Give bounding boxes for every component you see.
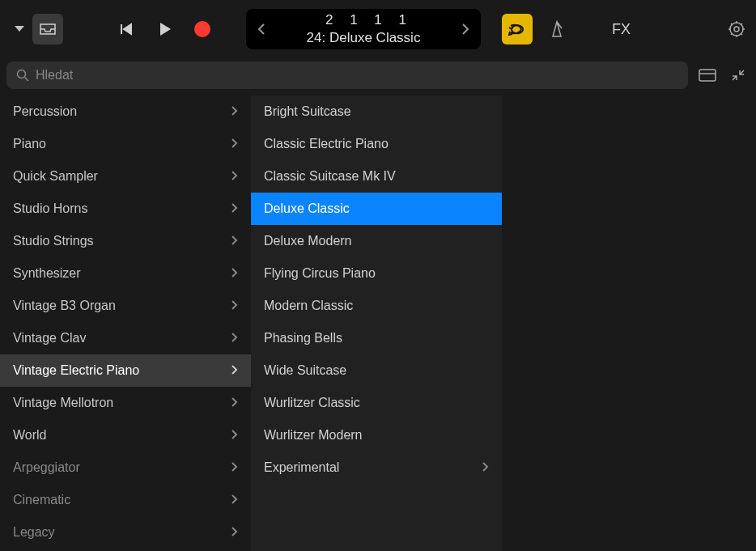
category-label: Studio Horns xyxy=(13,201,88,216)
category-label: Studio Strings xyxy=(13,234,94,248)
browser: PercussionPianoQuick SamplerStudio Horns… xyxy=(0,95,756,551)
inbox-icon xyxy=(39,23,57,36)
category-column[interactable]: PercussionPianoQuick SamplerStudio Horns… xyxy=(0,95,251,551)
chevron-right-icon xyxy=(231,428,238,443)
svg-point-2 xyxy=(18,70,26,78)
settings-button[interactable] xyxy=(727,19,746,39)
preset-item[interactable]: Phasing Bells xyxy=(251,322,502,354)
lcd-display: 2 1 1 1 24: Deluxe Classic xyxy=(246,9,481,49)
search-input[interactable] xyxy=(36,68,678,83)
category-label: Vintage B3 Organ xyxy=(13,299,116,313)
chevron-right-icon xyxy=(461,23,469,35)
category-item[interactable]: Vintage B3 Organ xyxy=(0,290,251,322)
transport-controls xyxy=(117,19,210,39)
category-item[interactable]: Legacy xyxy=(0,516,251,549)
lcd-content[interactable]: 2 1 1 1 24: Deluxe Classic xyxy=(269,11,458,47)
preset-label: Wurlitzer Classic xyxy=(264,396,360,410)
category-label: Vintage Mellotron xyxy=(13,396,113,410)
category-label: Piano xyxy=(13,137,46,151)
preset-item[interactable]: Deluxe Modern xyxy=(251,225,502,257)
chevron-right-icon xyxy=(231,525,238,540)
detail-column xyxy=(502,95,756,551)
category-item[interactable]: Vintage Clav xyxy=(0,322,251,354)
preset-item[interactable]: Modern Classic xyxy=(251,290,502,322)
category-label: World xyxy=(13,428,47,443)
collapse-icon xyxy=(731,68,745,83)
category-label: Legacy xyxy=(13,525,55,540)
lcd-next-button[interactable] xyxy=(458,22,473,36)
preset-label: Phasing Bells xyxy=(264,331,342,345)
preset-item[interactable]: Wide Suitcase xyxy=(251,354,502,387)
chevron-right-icon xyxy=(231,299,238,313)
panel-icon xyxy=(699,69,716,82)
category-label: Vintage Electric Piano xyxy=(13,363,139,378)
chevron-right-icon xyxy=(231,169,238,184)
chevron-right-icon xyxy=(231,137,238,151)
search-row xyxy=(0,58,756,95)
lcd-prev-button[interactable] xyxy=(254,22,269,36)
preset-label: Modern Classic xyxy=(264,299,353,313)
preset-label: Wurlitzer Modern xyxy=(264,428,363,443)
lcd-position: 2 1 1 1 xyxy=(269,11,458,29)
category-item[interactable]: Studio Strings xyxy=(0,225,251,257)
preset-label: Experimental xyxy=(264,460,339,475)
chevron-right-icon xyxy=(231,331,238,345)
triangle-down-icon xyxy=(14,25,25,33)
library-button[interactable] xyxy=(32,14,63,45)
view-mode-button[interactable] xyxy=(696,66,719,84)
chevron-right-icon xyxy=(231,234,238,248)
search-icon xyxy=(16,69,29,82)
svg-rect-3 xyxy=(699,70,716,81)
preset-label: Wide Suitcase xyxy=(264,363,346,378)
play-icon xyxy=(159,22,172,36)
record-button[interactable] xyxy=(194,21,210,37)
preset-item[interactable]: Flying Circus Piano xyxy=(251,257,502,290)
gear-icon xyxy=(728,20,745,38)
preset-item[interactable]: Classic Electric Piano xyxy=(251,128,502,160)
disclosure-button[interactable] xyxy=(10,19,29,39)
preset-label: Classic Electric Piano xyxy=(264,137,389,151)
chevron-right-icon xyxy=(482,460,489,475)
chevron-right-icon xyxy=(231,201,238,216)
category-label: Quick Sampler xyxy=(13,169,98,184)
preset-item[interactable]: Deluxe Classic xyxy=(251,193,502,225)
preset-label: Flying Circus Piano xyxy=(264,266,376,281)
search-wrap xyxy=(6,61,688,89)
category-item[interactable]: Vintage Mellotron xyxy=(0,387,251,419)
svg-point-1 xyxy=(734,27,739,32)
category-item[interactable]: Piano xyxy=(0,128,251,160)
toolbar-right xyxy=(727,19,746,39)
category-item[interactable]: Synthesizer xyxy=(0,257,251,290)
toolbar-left xyxy=(10,14,63,45)
collapse-button[interactable] xyxy=(727,66,750,84)
preset-item[interactable]: Wurlitzer Classic xyxy=(251,387,502,419)
category-item[interactable]: Studio Horns xyxy=(0,193,251,225)
category-item[interactable]: Vintage Electric Piano xyxy=(0,354,251,387)
category-item[interactable]: Quick Sampler xyxy=(0,160,251,193)
category-item[interactable]: Cinematic xyxy=(0,484,251,516)
category-item[interactable]: Percussion xyxy=(0,95,251,128)
preset-label: Bright Suitcase xyxy=(264,104,351,119)
preset-item[interactable]: Experimental xyxy=(251,451,502,484)
chevron-right-icon xyxy=(231,493,238,507)
category-label: Vintage Clav xyxy=(13,331,86,345)
skip-back-icon xyxy=(120,23,133,36)
category-label: Percussion xyxy=(13,104,77,119)
cycle-button[interactable] xyxy=(502,14,533,45)
preset-column[interactable]: Bright SuitcaseClassic Electric PianoCla… xyxy=(251,95,502,551)
fx-button[interactable]: FX xyxy=(612,21,631,38)
category-item[interactable]: Arpeggiator xyxy=(0,451,251,484)
preset-item[interactable]: Bright Suitcase xyxy=(251,95,502,128)
preset-label: Classic Suitcase Mk IV xyxy=(264,169,396,184)
metronome-button[interactable] xyxy=(547,19,567,39)
metronome-icon xyxy=(550,20,564,38)
preset-item[interactable]: Wurlitzer Modern xyxy=(251,419,502,451)
preset-item[interactable]: Classic Suitcase Mk IV xyxy=(251,160,502,193)
preset-label: Deluxe Classic xyxy=(264,201,350,216)
play-button[interactable] xyxy=(155,19,175,39)
category-item[interactable]: World xyxy=(0,419,251,451)
go-to-start-button[interactable] xyxy=(117,19,136,39)
category-label: Synthesizer xyxy=(13,266,81,281)
cycle-icon xyxy=(508,23,526,36)
chevron-right-icon xyxy=(231,396,238,410)
